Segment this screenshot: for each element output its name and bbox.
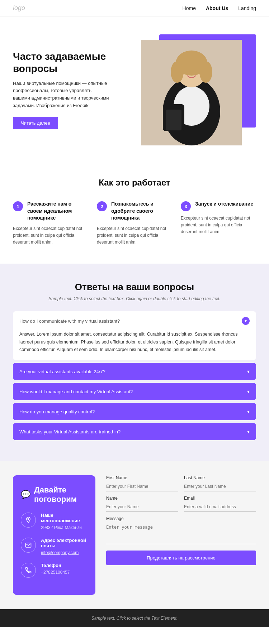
faq-question-text-1: Are your virtual assistants available 24…	[19, 369, 105, 374]
submit-button[interactable]: Представлять на рассмотрение	[106, 551, 256, 565]
chevron-down-icon-4: ▾	[247, 429, 250, 434]
email-icon-wrap	[21, 538, 36, 553]
contact-left-panel: 💬 Давайте поговорим Наше местоположение …	[13, 475, 95, 595]
svg-rect-8	[166, 110, 181, 130]
faq-question-text-4: What tasks your Virtual Assistants are t…	[19, 429, 121, 434]
location-icon	[25, 516, 32, 524]
contact-phone-text: Телефон +27825100457	[41, 563, 70, 575]
svg-point-9	[28, 518, 29, 519]
nav-links: Home About Us Landing	[183, 5, 256, 11]
contact-email: Адрес электронной почты info@company.com	[21, 538, 88, 556]
name-label: Name	[106, 496, 178, 501]
form-row-name-email: Name Email	[106, 496, 256, 512]
step-title-1: Расскажите нам о своем идеальном помощни…	[27, 201, 88, 222]
email-input[interactable]	[184, 502, 256, 512]
step-body-3: Excepteur sint ocaecat cupidatat not pro…	[181, 215, 256, 236]
hero-photo	[141, 40, 242, 145]
faq-subtitle: Sample text. Click to select the text bo…	[13, 296, 256, 301]
email-label: Email	[184, 496, 256, 501]
logo: logo	[13, 4, 25, 12]
contact-email-text: Адрес электронной почты info@company.com	[41, 538, 88, 556]
contact-email-link[interactable]: info@company.com	[41, 550, 79, 555]
nav-home[interactable]: Home	[183, 5, 196, 11]
hero-description: Наши виртуальные помощники — опытные про…	[13, 80, 110, 110]
phone-icon-wrap	[21, 563, 36, 578]
firstname-input[interactable]	[106, 482, 178, 491]
hero-text: Часто задаваемые вопросы Наши виртуальны…	[13, 51, 110, 129]
contact-section: 💬 Давайте поговорим Наше местоположение …	[0, 461, 269, 609]
email-icon	[25, 542, 32, 549]
faq-answer-0: Answer. Lorem ipsum dolor sit amet, cons…	[13, 331, 256, 360]
faq-question-4[interactable]: What tasks your Virtual Assistants are t…	[13, 423, 256, 440]
faq-item-4: What tasks your Virtual Assistants are t…	[13, 423, 256, 440]
form-group-firstname: First Name	[106, 475, 178, 491]
how-step-1: 1 Расскажите нам о своем идеальном помощ…	[13, 201, 88, 246]
step-num-3: 3	[181, 201, 191, 211]
chevron-down-icon-3: ▾	[247, 409, 250, 414]
hero-title: Часто задаваемые вопросы	[13, 51, 110, 75]
step-title-2: Познакомьтесь и одобрите своего помощник…	[111, 201, 172, 222]
how-step-2: 2 Познакомьтесь и одобрите своего помощн…	[97, 201, 172, 246]
faq-question-1[interactable]: Are your virtual assistants available 24…	[13, 363, 256, 380]
location-icon-wrap	[21, 513, 36, 528]
chevron-down-icon-1: ▾	[247, 369, 250, 374]
contact-phone: Телефон +27825100457	[21, 563, 88, 578]
how-title: Как это работает	[13, 178, 256, 188]
name-input[interactable]	[106, 502, 178, 512]
contact-location: Наше местоположение 29832 Река Макензи	[21, 513, 88, 530]
form-group-name: Name	[106, 496, 178, 512]
form-row-name: First Name Last Name	[106, 475, 256, 491]
step-num-1: 1	[13, 201, 23, 211]
faq-item-3: How do you manage quality control? ▾	[13, 403, 256, 420]
how-step-3: 3 Запуск и отслеживание Excepteur sint o…	[181, 201, 256, 246]
form-group-message: Message	[106, 516, 256, 546]
nav-about[interactable]: About Us	[206, 5, 228, 11]
lastname-input[interactable]	[184, 482, 256, 491]
step-body-1: Excepteur sint ocaecat cupidatat not pro…	[13, 225, 88, 246]
faq-question-0[interactable]: How do I communicate with my virtual ass…	[13, 311, 256, 331]
faq-item-2: How would I manage and contact my Virtua…	[13, 383, 256, 400]
faq-question-text-2: How would I manage and contact my Virtua…	[19, 389, 133, 394]
navbar: logo Home About Us Landing	[0, 0, 269, 16]
faq-title: Ответы на ваши вопросы	[13, 282, 256, 293]
faq-item-1: Are your virtual assistants available 24…	[13, 363, 256, 380]
faq-item-0: How do I communicate with my virtual ass…	[13, 311, 256, 360]
chevron-down-icon-2: ▾	[247, 389, 250, 394]
nav-landing[interactable]: Landing	[238, 5, 256, 11]
footer-text: Sample text. Click to select the Text El…	[91, 616, 178, 621]
step-num-2: 2	[97, 201, 107, 211]
hero-cta-button[interactable]: Читать далее	[13, 117, 58, 129]
hero-section: Часто задаваемые вопросы Наши виртуальны…	[0, 16, 269, 160]
firstname-label: First Name	[106, 475, 178, 480]
faq-question-text-0: How do I communicate with my virtual ass…	[19, 318, 120, 324]
form-group-email: Email	[184, 496, 256, 512]
phone-icon	[25, 567, 32, 574]
contact-form: First Name Last Name Name Email Message …	[106, 475, 256, 595]
footer: Sample text. Click to select the Text El…	[0, 609, 269, 627]
form-group-lastname: Last Name	[184, 475, 256, 491]
lastname-label: Last Name	[184, 475, 256, 480]
faq-question-3[interactable]: How do you manage quality control? ▾	[13, 403, 256, 420]
svg-point-6	[199, 61, 212, 83]
message-textarea[interactable]	[106, 523, 256, 544]
faq-section: Ответы на ваши вопросы Sample text. Clic…	[0, 264, 269, 461]
how-steps: 1 Расскажите нам о своем идеальном помощ…	[13, 201, 256, 246]
contact-title: 💬 Давайте поговорим	[21, 485, 88, 504]
contact-location-text: Наше местоположение 29832 Река Макензи	[41, 513, 88, 530]
chat-icon: 💬	[21, 490, 30, 499]
chevron-up-icon-0: ▾	[242, 317, 250, 325]
faq-question-text-3: How do you manage quality control?	[19, 409, 95, 414]
hero-image-wrap	[141, 34, 256, 145]
svg-point-5	[171, 61, 184, 83]
step-title-3: Запуск и отслеживание	[195, 201, 253, 208]
step-body-2: Excepteur sint ocaecat cupidatat not pro…	[97, 225, 172, 246]
message-label: Message	[106, 516, 256, 521]
how-section: Как это работает 1 Расскажите нам о свое…	[0, 160, 269, 264]
faq-question-2[interactable]: How would I manage and contact my Virtua…	[13, 383, 256, 400]
